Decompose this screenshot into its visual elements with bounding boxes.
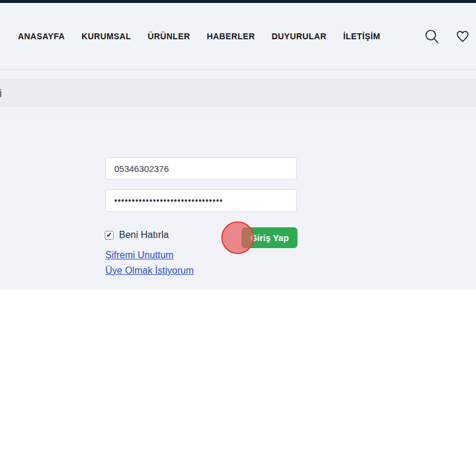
nav-item-duyurular[interactable]: DUYURULAR	[271, 32, 326, 41]
nav-item-urunler[interactable]: ÜRÜNLER	[148, 32, 190, 41]
nav-item-haberler[interactable]: HABERLER	[206, 32, 255, 41]
heart-icon[interactable]	[455, 29, 470, 43]
forgot-password-link[interactable]: Şifremi Unuttum	[105, 250, 174, 261]
search-icon[interactable]	[424, 29, 440, 45]
header-region: ANASAYFA KURUMSAL ÜRÜNLER HABERLER DUYUR…	[0, 3, 476, 117]
remember-me-row: ✔ Beni Hatırla	[105, 230, 169, 240]
lower-whitespace	[0, 290, 476, 476]
login-button[interactable]: Giriş Yap	[242, 227, 298, 248]
nav-item-anasayfa[interactable]: ANASAYFA	[18, 32, 65, 41]
nav-item-iletisim[interactable]: İLETİŞİM	[343, 32, 380, 41]
username-input[interactable]	[105, 157, 297, 180]
nav-item-kurumsal[interactable]: KURUMSAL	[82, 32, 131, 41]
page: ANASAYFA KURUMSAL ÜRÜNLER HABERLER DUYUR…	[0, 0, 476, 476]
login-section: ✔ Beni Hatırla Giriş Yap Şifremi Unuttum…	[0, 117, 476, 290]
register-link[interactable]: Üye Olmak İstiyorum	[105, 265, 193, 276]
page-title-partial-text: i	[0, 88, 2, 99]
main-nav: ANASAYFA KURUMSAL ÜRÜNLER HABERLER DUYUR…	[0, 32, 380, 41]
page-title-strip: i	[0, 79, 476, 107]
site-header: ANASAYFA KURUMSAL ÜRÜNLER HABERLER DUYUR…	[0, 3, 476, 70]
remember-me-checkbox[interactable]: ✔	[105, 231, 114, 240]
remember-me-label: Beni Hatırla	[119, 230, 169, 240]
password-input[interactable]	[105, 189, 297, 212]
header-icons	[424, 3, 476, 70]
